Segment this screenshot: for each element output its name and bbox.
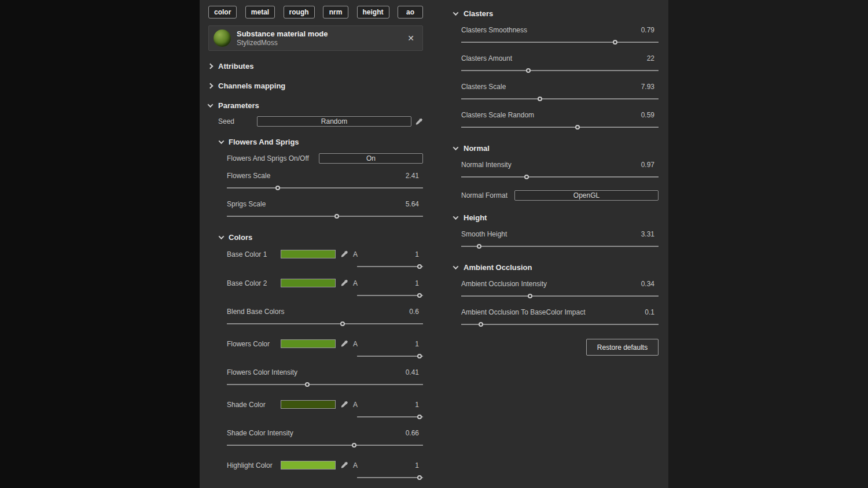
slider-track[interactable]	[461, 176, 659, 178]
alpha-value: 1	[415, 250, 423, 258]
slider-handle[interactable]	[305, 382, 310, 387]
slider-track[interactable]	[357, 416, 423, 417]
section-header-attributes[interactable]: Attributes	[208, 62, 423, 71]
clasters-amount-slider[interactable]	[461, 66, 659, 75]
normal-format-row: Normal Format OpenGL	[461, 190, 659, 201]
slider-track[interactable]	[227, 216, 423, 217]
map-button-nrm[interactable]: nrm	[323, 6, 348, 19]
slider-handle[interactable]	[526, 68, 531, 73]
section-header-flowers-and-sprigs[interactable]: Flowers And Sprigs	[208, 138, 423, 146]
flowers-color-intensity-slider[interactable]	[227, 380, 423, 389]
eyedropper-icon[interactable]	[341, 340, 348, 347]
slider-handle[interactable]	[417, 354, 422, 358]
eyedropper-icon[interactable]	[341, 250, 348, 258]
map-button-metal[interactable]: metal	[245, 6, 275, 19]
section-header-channels-mapping[interactable]: Channels mapping	[208, 82, 423, 90]
slider-track[interactable]	[357, 356, 423, 357]
slider-track[interactable]	[227, 384, 423, 385]
slider-track[interactable]	[461, 42, 659, 43]
flowers-sprigs-on-off-button[interactable]: On	[319, 153, 423, 164]
param-value: 0.66	[406, 429, 423, 437]
slider-track[interactable]	[461, 246, 659, 247]
slider-track[interactable]	[227, 445, 423, 446]
slider-handle[interactable]	[352, 443, 356, 448]
section-label: Flowers And Sprigs	[229, 138, 299, 146]
flowers-scale-row: Flowers Scale 2.41	[227, 171, 423, 192]
clasters-smoothness-slider[interactable]	[461, 38, 659, 46]
slider-handle[interactable]	[528, 294, 532, 298]
param-label: Smooth Height	[461, 230, 507, 238]
normal-format-button[interactable]: OpenGL	[514, 190, 659, 201]
alpha-slider[interactable]	[357, 352, 423, 360]
slider-track[interactable]	[357, 295, 423, 296]
slider-handle[interactable]	[340, 321, 345, 326]
section-header-clasters[interactable]: Clasters	[454, 9, 659, 18]
slider-handle[interactable]	[417, 475, 422, 480]
clasters-smoothness-row: Clasters Smoothness 0.79	[461, 25, 659, 46]
slider-handle[interactable]	[479, 322, 483, 327]
seed-random-button[interactable]: Random	[257, 116, 411, 127]
close-icon[interactable]: ✕	[405, 32, 417, 44]
section-header-ambient-occlusion[interactable]: Ambient Occlusion	[454, 263, 659, 272]
ao-basecolor-impact-slider[interactable]	[461, 320, 659, 328]
slider-handle[interactable]	[524, 175, 529, 179]
slider-handle[interactable]	[575, 125, 580, 130]
material-mode-title: Substance material mode	[237, 29, 399, 39]
slider-handle[interactable]	[417, 293, 422, 298]
map-button-ao[interactable]: ao	[398, 6, 423, 19]
map-button-rough[interactable]: rough	[284, 6, 315, 19]
color-swatch[interactable]	[281, 339, 336, 348]
slider-handle[interactable]	[417, 264, 422, 269]
clasters-amount-row: Clasters Amount 22	[461, 54, 659, 75]
section-header-normal[interactable]: Normal	[454, 144, 659, 153]
material-name: StylizedMoss	[237, 39, 399, 47]
slider-track[interactable]	[461, 295, 659, 297]
pencil-icon[interactable]	[415, 118, 423, 125]
slider-handle[interactable]	[613, 40, 617, 45]
section-header-parameters[interactable]: Parameters	[208, 101, 423, 110]
map-button-height[interactable]: height	[357, 6, 389, 19]
slider-track[interactable]	[357, 477, 423, 478]
slider-handle[interactable]	[275, 186, 280, 190]
normal-intensity-slider[interactable]	[461, 172, 659, 181]
ambient-occlusion-intensity-slider[interactable]	[461, 291, 659, 300]
slider-track[interactable]	[461, 324, 659, 325]
slider-track[interactable]	[461, 70, 659, 71]
slider-track[interactable]	[357, 266, 423, 267]
eyedropper-icon[interactable]	[341, 279, 348, 287]
map-button-color[interactable]: color	[208, 6, 237, 19]
color-swatch[interactable]	[281, 279, 336, 287]
color-swatch[interactable]	[281, 461, 336, 469]
param-label: Clasters Smoothness	[461, 26, 527, 34]
section-header-colors[interactable]: Colors	[208, 233, 423, 242]
eyedropper-icon[interactable]	[341, 401, 348, 408]
section-header-height[interactable]: Height	[454, 213, 659, 222]
color-swatch[interactable]	[281, 400, 336, 409]
material-card-text: Substance material mode StylizedMoss	[237, 29, 399, 47]
restore-defaults-button[interactable]: Restore defaults	[586, 339, 659, 356]
param-label: Shade Color	[227, 401, 281, 409]
alpha-slider[interactable]	[357, 291, 423, 300]
alpha-slider[interactable]	[357, 412, 423, 421]
slider-handle[interactable]	[477, 244, 481, 249]
slider-track[interactable]	[461, 98, 659, 99]
chevron-down-icon	[453, 10, 459, 16]
eyedropper-icon[interactable]	[341, 461, 348, 469]
slider-handle[interactable]	[334, 214, 339, 219]
alpha-label: A	[353, 461, 358, 469]
clasters-scale-random-slider[interactable]	[461, 123, 659, 131]
blend-base-colors-slider[interactable]	[227, 319, 423, 328]
alpha-slider[interactable]	[357, 473, 423, 482]
smooth-height-slider[interactable]	[461, 242, 659, 250]
flowers-scale-slider[interactable]	[227, 183, 423, 192]
slider-handle[interactable]	[417, 415, 422, 419]
slider-track[interactable]	[461, 127, 659, 128]
slider-track[interactable]	[227, 187, 423, 188]
slider-handle[interactable]	[538, 97, 542, 101]
clasters-scale-slider[interactable]	[461, 94, 659, 103]
alpha-slider[interactable]	[357, 262, 423, 271]
shade-color-intensity-slider[interactable]	[227, 441, 423, 449]
slider-track[interactable]	[227, 323, 423, 324]
color-swatch[interactable]	[281, 250, 336, 258]
sprigs-scale-slider[interactable]	[227, 212, 423, 220]
